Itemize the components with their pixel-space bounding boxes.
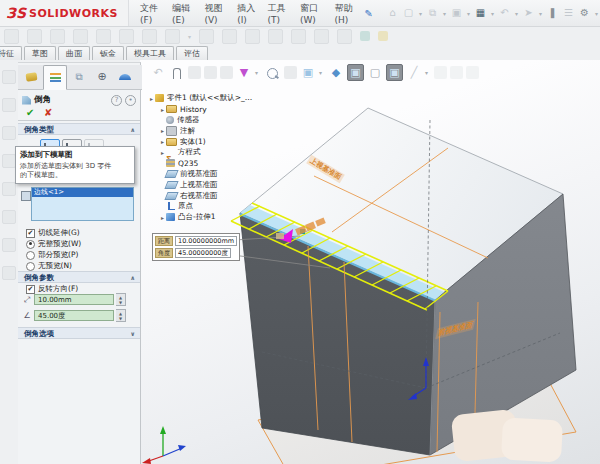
feature-tool-icon[interactable] <box>165 29 180 44</box>
appearance-filter-icon[interactable]: ▼ <box>236 65 252 81</box>
toggle-icon[interactable]: ❚ <box>545 5 560 21</box>
tab-property-manager[interactable] <box>43 65 67 90</box>
menu-file[interactable]: 文件(F) <box>135 0 165 27</box>
radio-selected-icon[interactable] <box>26 240 35 249</box>
tab-feature-manager[interactable] <box>20 65 42 88</box>
radio-icon[interactable] <box>26 262 35 271</box>
radio-icon[interactable] <box>26 251 35 260</box>
tree-item-sensors[interactable]: 传感器 <box>159 115 252 126</box>
full-preview-radio[interactable]: 完整预览(W) <box>26 239 81 249</box>
collapse-chevron-icon[interactable]: ∧ <box>130 124 135 136</box>
appearance-drop-icon[interactable]: ◆ <box>328 65 344 81</box>
feature-tool-icon[interactable] <box>119 29 134 44</box>
open-icon[interactable]: ⧉ <box>425 5 440 21</box>
dropdown-caret-icon[interactable]: ▾ <box>319 69 325 76</box>
evaluate-tool-icon[interactable] <box>378 31 388 41</box>
home-icon[interactable]: ⌂ <box>385 5 400 21</box>
section-chamfer-parameters[interactable]: 倒角参数 ∧ <box>18 271 140 283</box>
dropdown-caret-icon[interactable]: ▾ <box>513 10 520 17</box>
expand-chevron-icon[interactable]: ∨ <box>130 328 135 340</box>
gear-icon[interactable]: ⚙ <box>577 5 592 21</box>
tab-configurations[interactable]: ⧉ <box>68 65 90 88</box>
expand-arrow-icon[interactable]: ▸ <box>159 127 166 134</box>
save-icon[interactable]: ▣ <box>449 5 464 21</box>
menu-insert[interactable]: 插入(I) <box>232 0 260 27</box>
selected-edge-item[interactable]: 边线<1> <box>32 188 133 197</box>
tree-item-equations[interactable]: ▸ 方程式 <box>159 147 252 158</box>
cancel-button[interactable]: ✘ <box>44 107 52 118</box>
tab-surfaces[interactable]: 曲面 <box>58 46 90 60</box>
ghost-tool-icon[interactable] <box>284 66 297 79</box>
hidden-lines-icon[interactable]: ▢ <box>367 65 383 81</box>
select-icon[interactable]: ➤ <box>521 5 536 21</box>
tab-display-manager[interactable] <box>114 65 136 88</box>
partial-preview-radio[interactable]: 部分预览(P) <box>26 250 78 260</box>
angle-spinner[interactable]: ▲▼ <box>116 309 126 322</box>
expand-arrow-icon[interactable]: ▸ <box>159 138 166 145</box>
print-icon[interactable]: ▦ <box>473 5 488 21</box>
callout-angle-value[interactable]: 45.00000000度 <box>175 248 231 258</box>
pin-icon[interactable]: • <box>125 95 136 106</box>
feature-tool-icon[interactable] <box>73 29 88 44</box>
feature-tool-icon[interactable] <box>245 29 260 44</box>
ok-button[interactable]: ✔ <box>26 107 34 118</box>
items-to-chamfer-listbox[interactable]: 边线<1> <box>31 187 134 221</box>
feature-tool-icon[interactable] <box>314 29 329 44</box>
menu-help[interactable]: 帮助(H) <box>329 0 360 27</box>
tab-sketch[interactable]: 草图 <box>24 46 56 60</box>
undo-icon[interactable]: ↶ <box>497 5 512 21</box>
tab-evaluate[interactable]: 评估 <box>176 46 208 60</box>
no-preview-radio[interactable]: 无预览(N) <box>26 261 72 271</box>
options-list-icon[interactable]: ☰ <box>561 5 576 21</box>
undo-icon[interactable]: ↶ <box>150 65 166 81</box>
tree-item-origin[interactable]: 原点 <box>159 201 252 212</box>
tab-sheet-metal[interactable]: 钣金 <box>92 46 124 60</box>
menu-edit[interactable]: 编辑(E) <box>167 0 197 27</box>
tree-item-solid-bodies[interactable]: ▸ 实体(1) <box>159 136 252 147</box>
ghost-tool-icon[interactable] <box>188 66 201 79</box>
edit-pencil-icon[interactable]: ✎ <box>365 8 373 19</box>
tree-item-material[interactable]: Q235 <box>159 158 252 169</box>
help-icon[interactable]: ? <box>111 95 122 106</box>
section-chamfer-options[interactable]: 倒角选项 ∨ <box>18 327 140 339</box>
feature-tool-icon[interactable] <box>222 29 237 44</box>
tree-item-top-plane[interactable]: 上视基准面 <box>159 179 252 190</box>
feature-tool-icon[interactable] <box>142 29 157 44</box>
attach-icon[interactable] <box>173 68 181 79</box>
new-file-icon[interactable]: ▢ <box>401 5 416 21</box>
dropdown-caret-icon[interactable]: ▾ <box>465 10 472 17</box>
tab-dimxpert[interactable]: ⊕ <box>91 65 113 88</box>
dropdown-caret-icon[interactable]: ▾ <box>425 69 431 76</box>
section-chamfer-type[interactable]: 倒角类型 ∧ <box>18 123 140 135</box>
ghost-tool-icon[interactable] <box>450 66 463 79</box>
dropdown-caret-icon[interactable]: ▾ <box>417 10 424 17</box>
checkbox-checked-icon[interactable]: ✔ <box>26 229 35 238</box>
dropdown-caret-icon[interactable]: ▾ <box>255 69 261 76</box>
tab-features[interactable]: 特征 <box>0 46 22 60</box>
feature-tool-icon[interactable] <box>199 29 214 44</box>
feature-tool-icon[interactable] <box>291 29 306 44</box>
tree-item-front-plane[interactable]: 前视基准面 <box>159 169 252 180</box>
feature-tool-icon[interactable] <box>268 29 283 44</box>
distance-input[interactable]: 10.00mm <box>34 294 114 305</box>
ghost-tool-icon[interactable] <box>466 66 479 79</box>
display-style-shaded-icon[interactable]: ▣ <box>347 64 364 81</box>
perspective-icon[interactable]: ╱ <box>406 65 422 81</box>
feature-tool-icon[interactable] <box>4 29 19 44</box>
tangent-propagation-row[interactable]: ✔ 切线延伸(G) <box>26 228 80 238</box>
ghost-tool-icon[interactable] <box>434 66 447 79</box>
tree-item-annotations[interactable]: ▸ 注解 <box>159 125 252 136</box>
tree-item-boss-extrude[interactable]: ▸ 凸台-拉伸1 <box>159 212 252 223</box>
ghost-tool-icon[interactable] <box>220 66 233 79</box>
distance-spinner[interactable]: ▲▼ <box>116 293 126 306</box>
chamfer-callout[interactable]: 距离 10.00000000mm 角度 45.00000000度 <box>152 233 240 261</box>
feature-tool-icon[interactable] <box>337 29 352 44</box>
ghost-tool-icon[interactable] <box>204 66 217 79</box>
callout-distance-value[interactable]: 10.00000000mm <box>175 236 237 246</box>
feature-tool-icon[interactable] <box>27 29 42 44</box>
expand-arrow-icon[interactable]: ▸ <box>159 106 166 113</box>
dropdown-caret-icon[interactable]: ▾ <box>593 10 600 17</box>
tab-mold-tools[interactable]: 模具工具 <box>126 46 174 60</box>
tree-root[interactable]: ▸ 零件1 (默认<<默认>_… <box>148 93 252 104</box>
section-view-icon[interactable]: ▣ <box>300 65 316 81</box>
